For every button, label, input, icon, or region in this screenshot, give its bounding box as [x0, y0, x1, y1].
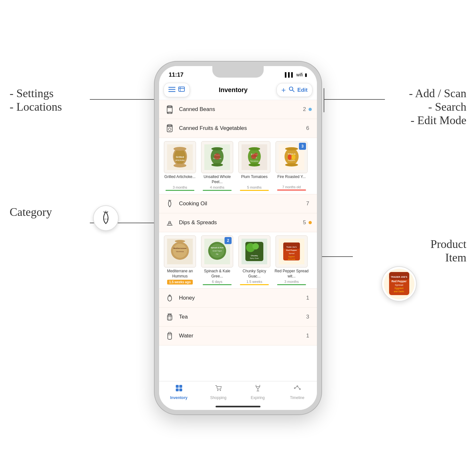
product-guac[interactable]: Chunky Spicy Guac Chunky Spicy Guac... 1… — [237, 235, 272, 285]
canned-fruits-grid: Grilled Artichoke Grilled Artichoke... 3… — [162, 141, 314, 191]
svg-rect-92 — [179, 385, 182, 388]
page-wrapper: - Settings - Locations - Add / Scan - Se… — [0, 0, 476, 476]
product-guac-name: Chunky Spicy Guac... — [237, 269, 272, 279]
nav-pill-right[interactable]: + Edit — [276, 83, 312, 97]
tab-inventory[interactable]: Inventory — [159, 384, 199, 400]
signal-icon: ▌▌▌ — [285, 72, 294, 77]
product-fire-roasted-name: Fire Roasted Y... — [277, 174, 306, 185]
water-icon — [164, 330, 175, 341]
category-row-honey[interactable]: Honey 1 — [159, 289, 317, 308]
svg-point-33 — [211, 163, 223, 166]
canned-beans-dot — [309, 108, 312, 111]
category-row-dips-spreads[interactable]: Dips & Spreads 5 — [159, 213, 317, 232]
dips-spreads-icon — [164, 217, 175, 228]
svg-rect-93 — [176, 388, 179, 391]
category-row-cooking-oil[interactable]: Cooking Oil 7 — [159, 194, 317, 213]
svg-text:Eggplant: Eggplant — [288, 256, 295, 258]
svg-point-40 — [249, 163, 260, 166]
svg-line-14 — [293, 90, 294, 92]
canned-fruits-count: 6 — [306, 125, 309, 132]
category-row-tea[interactable]: Tea 3 — [159, 308, 317, 327]
tab-expiring[interactable]: Expiring — [238, 384, 277, 400]
dips-spreads-dot — [309, 221, 312, 224]
svg-rect-6 — [168, 87, 175, 88]
product-spinach-kale-age: 6 days — [212, 280, 222, 284]
product-red-pepper-bar — [277, 284, 306, 285]
tab-inventory-label: Inventory — [170, 395, 187, 400]
svg-point-71 — [252, 243, 259, 250]
svg-point-54 — [292, 154, 295, 160]
tab-shopping-label: Shopping — [210, 395, 226, 400]
product-grilled-artichoke-name: Grilled Artichoke... — [164, 174, 195, 185]
nav-pill-left[interactable] — [164, 83, 190, 97]
product-plum-tomatoes[interactable]: Salted Plum Tomatoes Plum Tomatoes 5 mon… — [237, 141, 272, 191]
scroll-content[interactable]: Canned Beans 2 Canned Fruits & Vegetable… — [159, 100, 317, 391]
wifi-icon: wifi — [296, 72, 303, 77]
annotation-category: Category — [10, 205, 52, 219]
tab-shopping[interactable]: Shopping — [199, 384, 238, 400]
product-spinach-kale-name: Spinach & Kale Gree... — [200, 269, 235, 279]
svg-text:Red Pepper: Red Pepper — [286, 249, 297, 251]
product-unsalted-tomato[interactable]: Plum Tomatoes Unsalted Whole Peel... 4 m… — [200, 141, 235, 191]
product-fire-roasted[interactable]: 3 Yellow & Red Peppers — [274, 141, 309, 191]
product-hummus[interactable]: Mediterranean Hummus Mediterrane an Humm… — [162, 235, 198, 285]
product-grilled-artichoke-bar — [166, 190, 194, 191]
category-row-canned-fruits[interactable]: Canned Fruits & Vegetables 6 — [159, 119, 317, 138]
svg-rect-9 — [179, 87, 184, 91]
product-hummus-name: Mediterrane an Hummus — [162, 269, 198, 279]
svg-point-88 — [171, 314, 172, 315]
cooking-oil-count: 7 — [306, 200, 309, 207]
product-spinach-kale-img: 2 Spinach & Kale Greek Yogurt Dip — [201, 235, 233, 268]
fire-roasted-badge: 3 — [299, 143, 306, 150]
product-unsalted-tomato-name: Unsalted Whole Peel... — [200, 174, 235, 185]
tab-timeline-label: Timeline — [290, 395, 304, 400]
product-red-pepper-age: 3 months — [284, 280, 299, 284]
edit-button[interactable]: Edit — [297, 87, 308, 93]
product-plum-tomatoes-img: Salted Plum Tomatoes — [238, 141, 270, 173]
product-grilled-artichoke-age: 3 months — [173, 185, 187, 189]
svg-text:and Garlic: and Garlic — [394, 290, 404, 293]
svg-point-28 — [174, 147, 186, 151]
svg-rect-8 — [168, 91, 175, 92]
svg-point-96 — [220, 390, 221, 391]
svg-line-103 — [297, 386, 300, 389]
svg-text:Greek Yogurt: Greek Yogurt — [212, 250, 222, 252]
phone-notch — [212, 66, 264, 78]
svg-point-32 — [211, 147, 223, 150]
product-spinach-kale[interactable]: 2 Spinach & Kale Greek Yogurt Dip Spinac… — [200, 235, 235, 285]
svg-point-86 — [169, 314, 170, 315]
tab-timeline[interactable]: Timeline — [277, 384, 317, 400]
svg-point-87 — [168, 314, 169, 315]
svg-point-29 — [174, 164, 186, 167]
product-guac-img: Chunky Spicy Guac — [238, 235, 270, 268]
svg-point-45 — [254, 153, 258, 157]
svg-text:Spread: Spread — [395, 284, 403, 286]
hamburger-icon[interactable] — [168, 86, 175, 94]
annotation-settings: - Settings - Locations — [10, 87, 62, 114]
svg-text:Trader Joe's: Trader Joe's — [286, 246, 297, 248]
shopping-tab-icon — [214, 384, 223, 394]
search-button[interactable] — [288, 86, 295, 94]
tea-name: Tea — [179, 314, 306, 320]
honey-count: 1 — [306, 295, 309, 301]
product-red-pepper[interactable]: Trader Joe's Red Pepper Spread Eggplant … — [274, 235, 309, 285]
svg-rect-91 — [176, 385, 179, 388]
nav-title: Inventory — [192, 86, 274, 94]
product-grilled-artichoke[interactable]: Grilled Artichoke Grilled Artichoke... 3… — [162, 141, 198, 191]
svg-rect-82 — [167, 315, 172, 320]
product-plum-tomatoes-age: 5 months — [247, 185, 261, 189]
product-guac-age: 1.5 weeks — [246, 280, 262, 284]
product-spinach-kale-bar — [203, 284, 232, 285]
svg-rect-76 — [283, 242, 300, 249]
add-button[interactable]: + — [281, 86, 286, 94]
location-icon[interactable] — [178, 86, 185, 94]
product-fire-roasted-img: 3 Yellow & Red Peppers — [276, 141, 308, 173]
water-count: 1 — [306, 333, 309, 339]
nav-header: Inventory + Edit — [159, 80, 317, 100]
svg-point-61 — [175, 240, 185, 242]
battery-icon: ▮ — [305, 72, 307, 77]
canned-fruits-icon — [164, 123, 175, 134]
red-pepper-callout: TRADER JOE'S Red Pepper Spread Eggplant … — [381, 266, 417, 302]
category-row-water[interactable]: Water 1 — [159, 327, 317, 345]
category-row-canned-beans[interactable]: Canned Beans 2 — [159, 100, 317, 119]
